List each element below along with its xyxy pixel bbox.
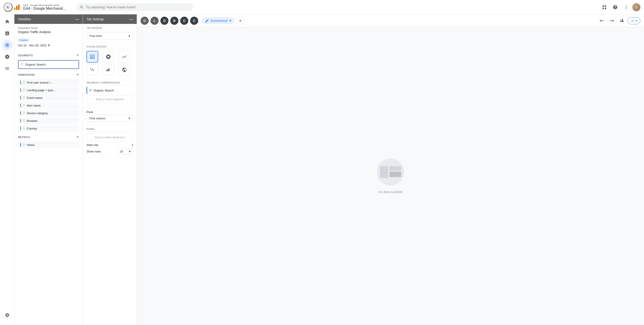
segment-organic-search[interactable]: ⠿ Organic Search — [18, 60, 79, 69]
redo-button[interactable] — [608, 17, 616, 25]
date-badge: Custom — [18, 38, 29, 42]
date-range-selector[interactable]: Oct 22 - Nov 20, 2022 ▾ — [18, 43, 79, 48]
active-tab-label: Ecommerce — [211, 19, 228, 22]
back-button[interactable] — [4, 3, 12, 12]
viz-table-button[interactable] — [86, 51, 98, 62]
show-rows-row: Show rows 10 ▾ — [86, 148, 133, 154]
tab-avatar-c2[interactable]: C — [190, 17, 198, 25]
pivot-section: Pivot First column ▾ — [83, 108, 137, 125]
tab-settings-title: Tab Settings — [86, 17, 104, 21]
metric-color-bar — [20, 143, 21, 146]
dimension-browser[interactable]: ⠿ Browser — [18, 117, 79, 124]
visualization-label: VISUALIZATION — [86, 45, 133, 49]
drag-handle-icon: ⠿ — [90, 89, 92, 92]
variables-minimize-button[interactable]: — — [75, 17, 79, 21]
svg-rect-1 — [14, 8, 16, 10]
save-changes-button[interactable]: ▾ — [628, 17, 640, 24]
dimension-item-name[interactable]: ⠿ Item name — [18, 102, 79, 109]
sidebar-configure-button[interactable] — [2, 63, 12, 74]
tab-avatar-o[interactable]: O — [140, 17, 149, 25]
no-data-bar-left — [380, 166, 388, 178]
exploration-name-section: Exploration Name: Organic Traffic Analys… — [14, 24, 83, 36]
sidebar-home-button[interactable] — [2, 16, 12, 27]
viz-bar-button[interactable] — [102, 64, 114, 76]
svg-point-6 — [91, 70, 92, 71]
user-avatar[interactable]: U — [632, 3, 640, 11]
sidebar-explore-button[interactable] — [2, 40, 12, 50]
dimension-event-name[interactable]: ⠿ Event name — [18, 94, 79, 101]
technique-dropdown[interactable]: Free form ▾ — [86, 32, 133, 40]
pivot-dropdown[interactable]: First column ▾ — [86, 115, 133, 122]
viz-line-button[interactable] — [118, 51, 130, 62]
show-rows-dropdown[interactable]: 10 ▾ — [117, 148, 133, 154]
metrics-title: METRICS — [18, 136, 30, 138]
dimension-first-user-source[interactable]: ⠿ First user source / ... — [18, 79, 79, 86]
segment-comparisons-label: SEGMENT COMPARISONS — [86, 81, 133, 85]
tab-avatar-l[interactable]: L — [150, 17, 158, 25]
dimension-landing-page[interactable]: ⠿ Landing page + que... — [18, 87, 79, 94]
show-rows-label: Show rows — [86, 150, 101, 153]
viz-donut-button[interactable] — [102, 51, 114, 62]
dimension-label: Browser — [27, 119, 38, 122]
dimension-color-bar — [20, 81, 21, 84]
technique-chevron-icon: ▾ — [128, 34, 130, 38]
svg-point-7 — [92, 68, 93, 69]
drag-handle-icon: ⠿ — [23, 119, 25, 122]
svg-rect-3 — [18, 4, 20, 10]
drag-handle-icon: ⠿ — [23, 96, 25, 100]
drop-dimension-zone[interactable]: Drop or select dimension — [86, 133, 133, 142]
dimension-label: Device category — [27, 112, 48, 115]
more-button[interactable] — [622, 3, 630, 12]
exploration-label: Exploration Name: — [18, 26, 79, 29]
dimension-label: Landing page + que... — [27, 88, 55, 92]
tab-settings-minimize-button[interactable]: — — [129, 17, 133, 21]
help-button[interactable] — [611, 3, 620, 12]
dimension-country[interactable]: ⠿ Country — [18, 125, 79, 132]
show-rows-value: 10 — [120, 150, 123, 153]
search-icon — [80, 5, 84, 9]
sidebar-advertising-button[interactable] — [2, 51, 12, 62]
dimensions-title: DIMENSIONS — [18, 74, 35, 76]
analytics-icon — [12, 3, 21, 11]
nav-subtitle: GA4 - Google Merchandise Store — [23, 4, 68, 6]
undo-button[interactable] — [598, 17, 606, 25]
metrics-section-header: METRICS + — [14, 132, 83, 141]
add-segment-button[interactable]: + — [76, 53, 79, 58]
dimension-device-category[interactable]: ⠿ Device category — [18, 110, 79, 116]
no-data-inner — [380, 166, 401, 178]
search-container — [76, 4, 594, 11]
pivot-chevron-icon: ▾ — [128, 117, 130, 120]
search-bar[interactable] — [76, 4, 193, 11]
drag-handle-icon: ⠿ — [23, 88, 25, 92]
share-button[interactable] — [618, 17, 626, 25]
drag-handle-icon: ⠿ — [21, 62, 24, 67]
dimension-color-bar — [20, 126, 21, 130]
viz-geo-button[interactable] — [118, 64, 130, 76]
grid-button[interactable] — [600, 3, 609, 12]
canvas-area: No data available — [137, 27, 644, 325]
add-tab-button[interactable]: + — [236, 17, 244, 25]
metric-views[interactable]: ⠿ Views — [18, 142, 79, 148]
tab-avatar-b[interactable]: B — [170, 17, 178, 25]
date-section: Custom Oct 22 - Nov 20, 2022 ▾ — [14, 36, 83, 50]
drag-handle-icon: ⠿ — [23, 126, 25, 130]
drop-segment-zone[interactable]: Drop or select segment — [86, 95, 133, 104]
visualization-grid — [86, 51, 133, 76]
active-tab-ecommerce[interactable]: Ecommerce ▾ — [202, 17, 234, 24]
segments-section-header: SEGMENTS + — [14, 50, 83, 59]
edit-icon — [205, 19, 209, 23]
sidebar-settings-button[interactable] — [2, 310, 12, 320]
tab-avatar-d[interactable]: D — [160, 17, 168, 25]
add-metric-button[interactable]: + — [76, 134, 79, 140]
search-input[interactable] — [86, 6, 190, 9]
tab-avatar-c1[interactable]: C — [180, 17, 188, 25]
add-dimension-button[interactable]: + — [76, 72, 79, 77]
sidebar-reports-button[interactable] — [2, 28, 12, 39]
dimension-color-bar — [20, 88, 21, 92]
viz-scatter-button[interactable] — [86, 64, 98, 76]
segment-comparison-organic-search[interactable]: ⠿ Organic Search — [86, 87, 133, 94]
segment-comparison-label: Organic Search — [94, 89, 114, 92]
variables-panel-header: Variables — — [14, 14, 83, 24]
drag-handle-icon: ⠿ — [23, 143, 25, 146]
rows-section: ROWS Drop or select dimension Start row … — [83, 125, 137, 158]
